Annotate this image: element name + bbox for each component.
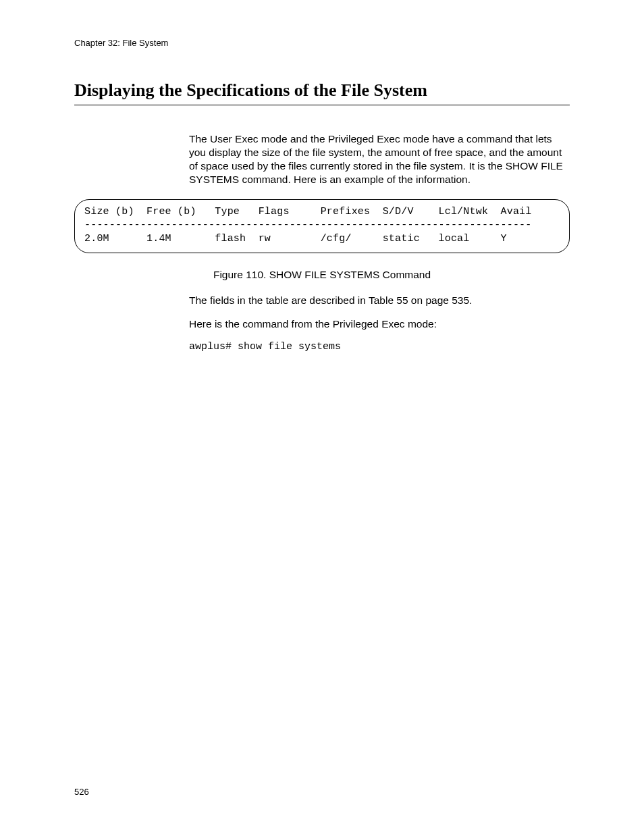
command-line: awplus# show file systems — [189, 340, 570, 354]
command-intro-paragraph: Here is the command from the Privileged … — [189, 317, 570, 331]
figure-caption: Figure 110. SHOW FILE SYSTEMS Command — [74, 268, 570, 282]
chapter-header: Chapter 32: File System — [74, 38, 570, 48]
fields-paragraph: The fields in the table are described in… — [189, 294, 570, 307]
page-number: 526 — [74, 787, 89, 797]
intro-paragraph: The User Exec mode and the Privileged Ex… — [189, 132, 570, 187]
body-column: The User Exec mode and the Privileged Ex… — [189, 132, 570, 353]
figure-block: Size (b) Free (b) Type Flags Prefixes S/… — [74, 199, 570, 282]
section-title: Displaying the Specifications of the Fil… — [74, 80, 570, 105]
cli-output-box: Size (b) Free (b) Type Flags Prefixes S/… — [74, 199, 570, 254]
page: Chapter 32: File System Displaying the S… — [0, 0, 644, 834]
